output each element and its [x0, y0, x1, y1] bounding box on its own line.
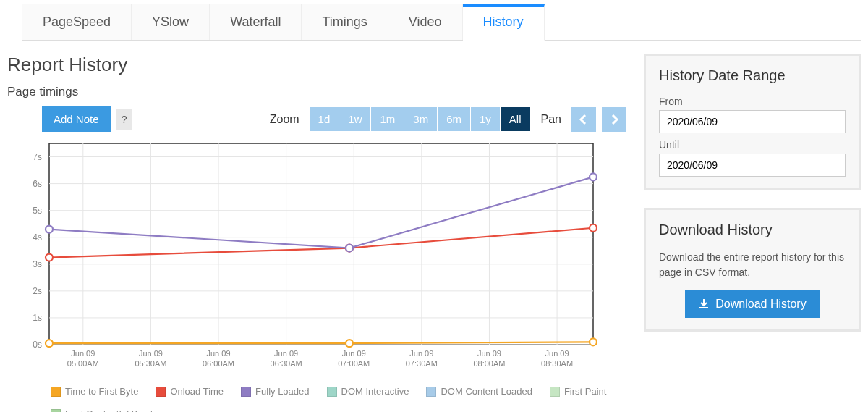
svg-point-43: [590, 338, 597, 345]
svg-text:2s: 2s: [33, 286, 42, 296]
zoom-3m[interactable]: 3m: [404, 107, 437, 131]
main-tabs: PageSpeedYSlowWaterfallTimingsVideoHisto…: [22, 4, 861, 41]
from-label: From: [659, 96, 846, 107]
add-note-button[interactable]: Add Note: [42, 106, 111, 132]
svg-text:06:00AM: 06:00AM: [203, 359, 234, 368]
svg-text:Jun 09: Jun 09: [207, 349, 231, 358]
chevron-right-icon: [608, 114, 620, 125]
tab-history[interactable]: History: [463, 4, 545, 41]
legend-swatch: [156, 387, 166, 397]
svg-text:Jun 09: Jun 09: [71, 349, 95, 358]
help-button[interactable]: ?: [116, 109, 132, 130]
svg-text:07:00AM: 07:00AM: [338, 359, 370, 368]
legend-label: First Contentful Paint: [65, 408, 153, 412]
legend-item[interactable]: First Contentful Paint: [51, 408, 153, 412]
legend-item[interactable]: DOM Content Loaded: [426, 386, 532, 397]
svg-text:3s: 3s: [33, 259, 42, 269]
pan-left-button[interactable]: [571, 107, 596, 132]
svg-text:05:30AM: 05:30AM: [135, 359, 166, 368]
legend-item[interactable]: Time to First Byte: [51, 386, 138, 397]
legend-swatch: [327, 387, 337, 397]
zoom-1w[interactable]: 1w: [339, 107, 370, 131]
zoom-all[interactable]: All: [501, 107, 530, 131]
svg-point-41: [46, 340, 53, 347]
download-history-button[interactable]: Download History: [685, 290, 819, 318]
zoom-1y[interactable]: 1y: [471, 107, 500, 131]
tab-pagespeed[interactable]: PageSpeed: [22, 4, 132, 40]
tab-waterfall[interactable]: Waterfall: [210, 4, 302, 40]
pan-label: Pan: [541, 113, 561, 126]
tab-yslow[interactable]: YSlow: [132, 4, 210, 40]
panel-title: History Date Range: [659, 67, 846, 84]
legend-item[interactable]: First Paint: [550, 386, 607, 397]
svg-text:05:00AM: 05:00AM: [67, 359, 99, 368]
svg-text:4s: 4s: [33, 232, 42, 243]
legend-label: Onload Time: [170, 386, 224, 397]
svg-point-49: [590, 173, 597, 180]
page-title: Report History: [7, 54, 626, 76]
legend-item[interactable]: Onload Time: [156, 386, 224, 397]
legend-swatch: [426, 387, 436, 397]
svg-text:0s: 0s: [33, 340, 42, 350]
legend-label: Time to First Byte: [65, 386, 138, 397]
svg-point-47: [46, 226, 53, 233]
svg-text:08:00AM: 08:00AM: [473, 359, 505, 368]
zoom-1d[interactable]: 1d: [310, 107, 339, 131]
panel-title: Download History: [659, 222, 846, 238]
legend-item[interactable]: DOM Interactive: [327, 386, 409, 397]
legend-item[interactable]: Fully Loaded: [241, 386, 309, 397]
svg-text:5s: 5s: [33, 206, 42, 216]
svg-rect-50: [699, 307, 708, 308]
legend-label: First Paint: [564, 386, 607, 397]
download-icon: [698, 298, 710, 310]
svg-text:Jun 09: Jun 09: [409, 349, 433, 358]
tab-video[interactable]: Video: [388, 4, 463, 40]
legend-swatch: [51, 409, 61, 413]
svg-text:6s: 6s: [33, 179, 42, 189]
until-input[interactable]: [659, 154, 846, 177]
svg-text:07:30AM: 07:30AM: [406, 359, 438, 368]
legend-label: Fully Loaded: [255, 386, 309, 397]
zoom-6m[interactable]: 6m: [438, 107, 470, 131]
svg-text:Jun 09: Jun 09: [545, 349, 569, 358]
svg-point-46: [590, 224, 597, 232]
svg-point-48: [346, 245, 353, 252]
until-label: Until: [659, 139, 846, 151]
section-subtitle: Page timings: [7, 85, 626, 99]
zoom-1m[interactable]: 1m: [371, 107, 404, 131]
chart-toolbar: Add Note ? Zoom 1d1w1m3m6m1yAll Pan: [42, 106, 626, 132]
svg-text:06:30AM: 06:30AM: [271, 359, 302, 368]
svg-text:Jun 09: Jun 09: [274, 349, 298, 358]
chart-legend: Time to First ByteOnload TimeFully Loade…: [51, 386, 626, 412]
legend-swatch: [241, 387, 251, 397]
svg-text:08:30AM: 08:30AM: [541, 359, 573, 368]
svg-text:7s: 7s: [33, 152, 42, 162]
pan-right-button[interactable]: [602, 107, 626, 132]
svg-text:Jun 09: Jun 09: [139, 349, 163, 358]
legend-label: DOM Interactive: [341, 386, 409, 397]
legend-swatch: [51, 387, 61, 397]
timings-chart[interactable]: 0s1s2s3s4s5s6s7sJun 0905:00AMJun 0905:30…: [7, 138, 600, 377]
svg-rect-0: [49, 143, 593, 345]
legend-label: DOM Content Loaded: [441, 386, 532, 397]
svg-text:Jun 09: Jun 09: [477, 349, 501, 358]
download-description: Download the entire report history for t…: [659, 250, 846, 280]
svg-point-44: [46, 254, 53, 261]
svg-text:1s: 1s: [33, 313, 42, 323]
legend-swatch: [550, 387, 560, 397]
tab-timings[interactable]: Timings: [302, 4, 388, 40]
svg-point-42: [346, 340, 353, 347]
date-range-panel: History Date Range From Until: [644, 54, 861, 190]
zoom-group: 1d1w1m3m6m1yAll: [310, 107, 531, 131]
svg-text:Jun 09: Jun 09: [342, 349, 366, 358]
from-input[interactable]: [659, 110, 846, 133]
zoom-label: Zoom: [270, 113, 299, 126]
download-panel: Download History Download the entire rep…: [644, 208, 861, 332]
download-button-label: Download History: [715, 298, 806, 311]
chevron-left-icon: [578, 114, 590, 125]
